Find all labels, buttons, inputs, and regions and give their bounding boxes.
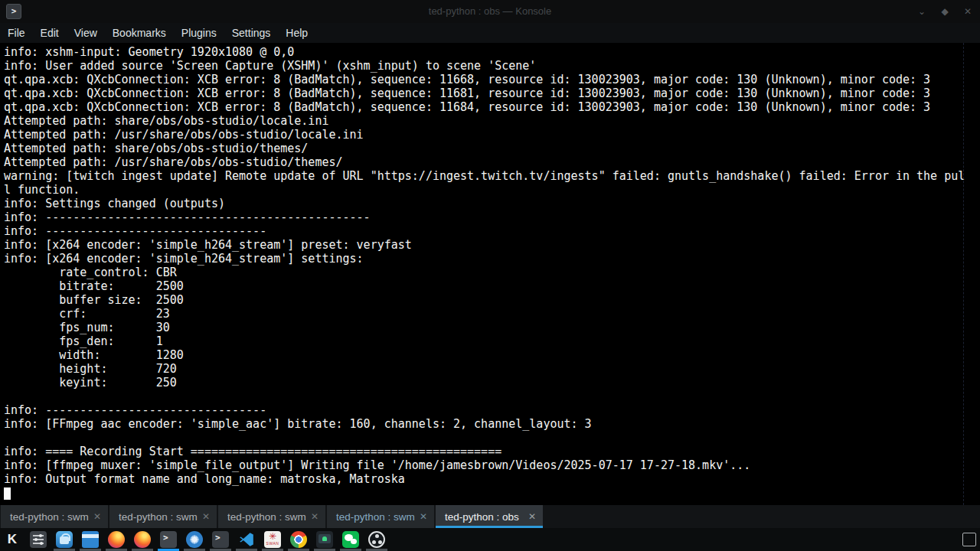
window-titlebar[interactable]: > ted-python : obs — Konsole ⌄ ◆ ✕	[0, 0, 980, 23]
tab-close-icon[interactable]: ✕	[93, 511, 101, 522]
maximize-icon[interactable]: ◆	[939, 6, 951, 17]
wechat-icon[interactable]	[340, 528, 361, 551]
firefox-icon-2[interactable]	[132, 528, 153, 551]
window-title: ted-python : obs — Konsole	[0, 0, 980, 23]
tab-label: ted-python : swm	[119, 511, 198, 523]
tab-label: ted-python : swm	[227, 511, 306, 523]
system-settings-icon[interactable]	[28, 528, 49, 551]
discover-icon[interactable]	[54, 528, 75, 551]
menu-edit[interactable]: Edit	[33, 23, 67, 43]
scrollbar[interactable]	[963, 43, 964, 505]
konsole-task-icon[interactable]: >	[158, 528, 179, 551]
firefox-icon[interactable]	[106, 528, 127, 551]
tab-swm-4[interactable]: ted-python : swm ✕	[327, 505, 434, 528]
tab-close-icon[interactable]: ✕	[528, 511, 536, 522]
tab-swm-1[interactable]: ted-python : swm ✕	[1, 505, 108, 528]
menu-view[interactable]: View	[67, 23, 105, 43]
android-emulator-icon[interactable]	[314, 528, 335, 551]
terminal-output: info: xshm-input: Geometry 1920x1080 @ 0…	[0, 43, 980, 486]
terminal-view[interactable]: info: xshm-input: Geometry 1920x1080 @ 0…	[0, 43, 980, 505]
tab-close-icon[interactable]: ✕	[311, 511, 318, 522]
peek-desktop-button[interactable]	[962, 533, 976, 546]
obs-launcher-icon[interactable]	[366, 528, 387, 551]
tab-obs-active[interactable]: ted-python : obs ✕	[436, 505, 543, 528]
menu-help[interactable]: Help	[278, 23, 315, 43]
dolphin-icon[interactable]	[80, 528, 101, 551]
tab-swm-2[interactable]: ted-python : swm ✕	[109, 505, 217, 528]
menu-plugins[interactable]: Plugins	[174, 23, 224, 43]
tab-label: ted-python : swm	[10, 511, 89, 523]
menu-settings[interactable]: Settings	[224, 23, 279, 43]
desktop: > ted-python : obs — Konsole ⌄ ◆ ✕ File …	[0, 0, 980, 551]
close-icon[interactable]: ✕	[962, 6, 974, 17]
tab-close-icon[interactable]: ✕	[202, 511, 210, 522]
tab-close-icon[interactable]: ✕	[420, 511, 427, 522]
tab-swm-3[interactable]: ted-python : swm ✕	[218, 505, 325, 528]
tab-label: ted-python : swm	[336, 511, 415, 523]
taskbar-panel: K > >	[0, 528, 980, 551]
konsole-icon-2[interactable]: >	[210, 528, 231, 551]
minimize-icon[interactable]: ⌄	[916, 6, 928, 17]
kde-launcher-icon[interactable]: K	[2, 528, 23, 551]
terminal-cursor	[4, 487, 11, 500]
menu-file[interactable]: File	[0, 23, 33, 43]
tab-label: ted-python : obs	[445, 511, 519, 523]
menu-bookmarks[interactable]: Bookmarks	[105, 23, 174, 43]
menubar: File Edit View Bookmarks Plugins Setting…	[0, 23, 980, 43]
swan-app-icon[interactable]: ✳ SWAN	[262, 528, 283, 551]
chrome-icon[interactable]	[288, 528, 309, 551]
vscode-icon[interactable]	[236, 528, 257, 551]
chromium-icon[interactable]	[184, 528, 205, 551]
tabbar: ted-python : swm ✕ ted-python : swm ✕ te…	[0, 505, 980, 528]
